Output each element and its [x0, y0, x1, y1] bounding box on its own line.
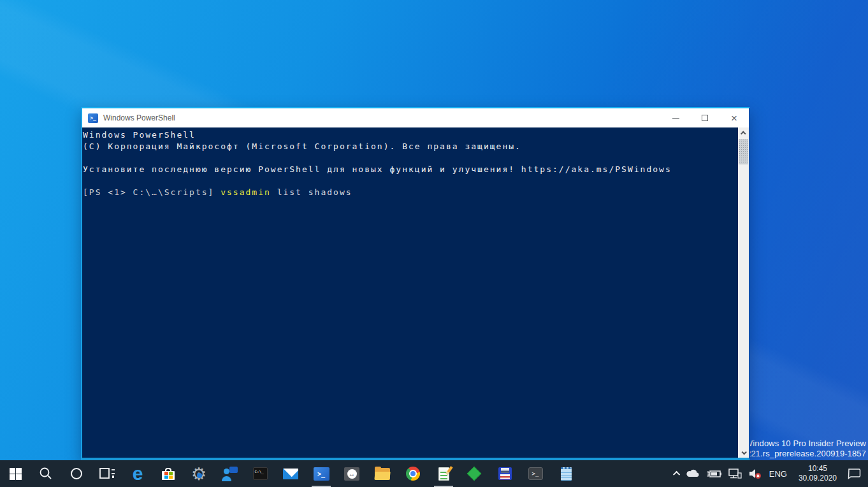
taskbar: e ⚙ C:\_: [0, 460, 868, 487]
console-scrollbar[interactable]: [738, 127, 749, 458]
language-indicator[interactable]: ENG: [767, 469, 789, 479]
taskbar-button-teamviewer[interactable]: ↔: [336, 460, 367, 487]
edge-icon: e: [133, 464, 143, 483]
floppy-disk-icon: [498, 467, 512, 480]
scroll-up-button[interactable]: [738, 127, 749, 138]
green-diamond-icon: [467, 467, 482, 481]
battery-charging-icon: [707, 469, 722, 479]
powershell-window: >_ Windows PowerShell × Windows PowerShe…: [81, 107, 750, 460]
maximize-button[interactable]: [690, 108, 720, 127]
taskbar-button-green-diamond[interactable]: [459, 460, 489, 487]
start-button[interactable]: [0, 460, 31, 487]
gear-icon: ⚙: [191, 465, 206, 483]
taskbar-button-edge[interactable]: e: [122, 460, 153, 487]
taskbar-button-cortana[interactable]: [61, 460, 92, 487]
notebook-icon: [561, 467, 572, 481]
console-line: Windows PowerShell: [83, 129, 736, 141]
close-button[interactable]: ×: [720, 108, 749, 127]
chevron-up-icon: [741, 131, 746, 136]
taskbar-button-notebook[interactable]: [551, 460, 581, 487]
minimize-button[interactable]: [661, 108, 690, 127]
battery-tray-button[interactable]: [707, 460, 722, 487]
task-view-icon: [99, 466, 115, 481]
onedrive-tray-button[interactable]: [686, 460, 701, 487]
scrollbar-thumb[interactable]: [739, 139, 748, 164]
console-line: [83, 152, 736, 164]
console-line: [83, 175, 736, 187]
document-editor-icon: [438, 467, 449, 481]
prompt-prefix: [PS <1> C:\…\Scripts]: [83, 187, 221, 197]
volume-muted-icon: [748, 468, 762, 479]
maximize-icon: [702, 115, 708, 121]
taskbar-button-search[interactable]: [31, 460, 61, 487]
tray-date: 30.09.2020: [799, 474, 837, 483]
taskbar-button-task-view[interactable]: [92, 460, 122, 487]
microsoft-store-icon: [162, 468, 175, 480]
taskbar-button-chrome[interactable]: [398, 460, 428, 487]
tray-time: 10:45: [799, 464, 837, 474]
taskbar-button-powershell[interactable]: >_: [306, 460, 336, 487]
network-tray-button[interactable]: [728, 460, 742, 487]
command-prompt-icon: C:\_: [253, 467, 268, 480]
volume-tray-button[interactable]: [748, 460, 762, 487]
chrome-icon: [406, 467, 420, 481]
taskbar-button-store[interactable]: [153, 460, 184, 487]
scroll-down-button[interactable]: [738, 447, 749, 458]
close-icon: ×: [731, 113, 737, 124]
cortana-icon: [69, 466, 84, 481]
powershell-window-icon: >_: [88, 113, 98, 123]
title-bar[interactable]: >_ Windows PowerShell ×: [82, 108, 749, 127]
taskbar-apps: e ⚙ C:\_: [0, 460, 581, 487]
taskbar-button-cmd[interactable]: C:\_: [245, 460, 275, 487]
console-text: Windows PowerShell(C) Корпорация Майкрос…: [82, 127, 749, 198]
taskbar-button-file-explorer[interactable]: [367, 460, 398, 487]
clock[interactable]: 10:45 30.09.2020: [795, 464, 841, 483]
chevron-up-icon: [673, 471, 680, 478]
dark-terminal-icon: >_: [528, 467, 543, 480]
action-center-button[interactable]: [846, 460, 862, 487]
system-tray: ENG 10:45 30.09.2020: [675, 460, 868, 487]
taskbar-button-people[interactable]: [214, 460, 245, 487]
chevron-down-icon: [741, 449, 746, 454]
cloud-icon: [686, 469, 701, 479]
taskbar-button-document-editor[interactable]: [428, 460, 459, 487]
action-center-icon: [846, 467, 862, 480]
windows-logo-icon: [10, 468, 22, 480]
file-explorer-icon: [375, 468, 390, 480]
prompt-line: [PS <1> C:\…\Scripts] vssadmin list shad…: [83, 187, 736, 198]
desktop[interactable]: Windows 10 Pro Insider Preview ld 20221.…: [0, 0, 868, 487]
minimize-icon: [672, 118, 679, 119]
taskbar-button-floppy[interactable]: [489, 460, 520, 487]
teamviewer-icon: ↔: [344, 467, 359, 481]
console-lines: Windows PowerShell(C) Корпорация Майкрос…: [83, 129, 736, 187]
taskbar-button-mail[interactable]: [275, 460, 306, 487]
taskbar-button-terminal[interactable]: >_: [520, 460, 551, 487]
search-icon: [38, 466, 54, 481]
console-area[interactable]: Windows PowerShell(C) Корпорация Майкрос…: [82, 127, 749, 458]
show-hidden-icons-button[interactable]: [675, 460, 680, 487]
people-icon: [221, 467, 238, 481]
prompt-command: vssadmin: [221, 187, 271, 197]
powershell-icon: >_: [314, 467, 329, 481]
console-line: (C) Корпорация Майкрософт (Microsoft Cor…: [83, 141, 736, 152]
window-controls: ×: [661, 108, 749, 127]
mail-icon: [283, 469, 298, 479]
prompt-args: list shadows: [271, 187, 352, 197]
taskbar-button-settings[interactable]: ⚙: [184, 460, 214, 487]
window-title: Windows PowerShell: [103, 113, 175, 122]
network-icon: [728, 468, 742, 479]
console-line: Установите последнюю версию PowerShell д…: [83, 164, 736, 175]
